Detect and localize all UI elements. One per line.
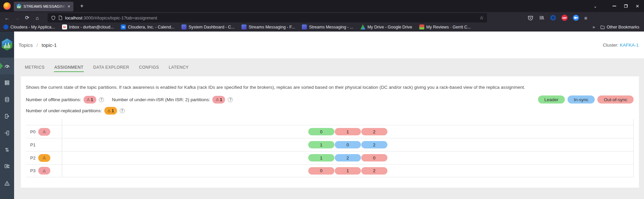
home-button[interactable]: ⌂ [32,13,42,22]
box-arrow-out-icon [4,113,10,119]
partition-counter: Number of under-min-ISR (Min ISR: 2) par… [112,96,233,104]
firefox-icon[interactable] [3,2,11,10]
sidebar-item-alerts[interactable] [0,175,14,192]
bookmark-star-icon[interactable]: ☆ [479,15,484,20]
sidebar-item-producers[interactable] [0,108,14,125]
swap-arrows-icon [4,147,10,153]
bookmark-item[interactable]: Streams Messaging - F... [241,24,295,29]
page-info-icon[interactable] [58,15,62,20]
partition-row: P2⚠120 [26,151,633,164]
streams-blue-icon [241,24,247,29]
zoom-extension-icon[interactable] [573,15,579,21]
bookmark-item[interactable]: My Reviews · Gerrit C... [419,24,471,29]
tab-close-icon[interactable]: ✕ [66,4,71,9]
bookmark-item[interactable]: System Dashboard - C... [181,24,234,29]
partitions-table: P0⚠012P1102P2⚠120P3⚠012 [26,119,634,177]
adblock-plus-icon[interactable]: ABP [561,15,568,21]
counter-badge: ⚠1 [84,96,96,104]
bookmark-item[interactable]: Streams Messaging - ... [302,24,353,29]
database-icon [4,96,10,103]
partitions-table-header [26,119,633,125]
replica-pill-broker-0[interactable]: 0 [308,167,334,175]
bookmark-item[interactable]: 31Cloudera, Inc. - Calend... [121,24,174,29]
library-icon[interactable] [539,15,545,21]
servers-icon [4,80,10,86]
help-icon[interactable]: ? [99,97,104,102]
pocket-icon[interactable] [527,15,533,21]
sidebar-item-topics[interactable] [0,91,14,108]
menu-icon[interactable]: ≡ [584,15,587,21]
partition-counter: Number of offline partitions:⚠1? [26,96,104,104]
cluster-link[interactable]: KAFKA-1 [620,43,639,48]
url-text[interactable]: localhost:3000/#/topics/topic-1?tab=assi… [65,15,479,20]
shield-icon[interactable] [51,15,56,20]
replica-pill-broker-0[interactable]: 0 [361,154,387,161]
restore-button[interactable] [624,4,628,8]
bookmark-label: Streams Messaging - F... [249,25,295,29]
bookmark-item[interactable]: My Drive - Google Drive [360,24,412,29]
counter-label: Number of offline partitions: [26,97,81,102]
sidebar-item-brokers[interactable] [0,74,14,91]
help-icon[interactable]: ? [120,108,125,113]
tab-configs[interactable]: CONFIGS [139,63,159,72]
sidebar-item-overview[interactable] [0,58,14,74]
bookmark-label: My Reviews · Gerrit C... [426,25,471,29]
sidebar-item-connect[interactable] [0,158,14,175]
bookmark-label: System Dashboard - C... [189,25,234,29]
bookmark-label: My Drive - Google Drive [367,25,412,29]
warning-icon: ⚠ [43,156,46,160]
replica-pill-broker-0[interactable]: 0 [335,141,361,148]
replica-pill-broker-2[interactable]: 2 [361,128,387,135]
new-tab-button[interactable]: + [78,3,86,9]
replica-pill-broker-1[interactable]: 1 [308,154,334,161]
warning-icon: ⚠ [107,109,111,113]
minimize-button[interactable] [612,6,616,6]
partition-warning-badge[interactable]: ⚠ [38,167,50,175]
tab-latency[interactable]: LATENCY [168,63,189,72]
google-drive-icon [360,24,365,29]
replica-pill-broker-2[interactable]: 2 [335,154,361,161]
list-all-tabs-icon[interactable]: ⌄ [593,4,597,9]
reload-button[interactable]: ⟳ [22,13,32,22]
replica-pill-broker-2[interactable]: 2 [361,141,387,148]
legend-leader: Leader [538,95,565,104]
partition-name: P0 [30,129,36,134]
partition-warning-badge[interactable]: ⚠ [38,154,50,162]
back-button[interactable]: ← [2,13,12,22]
help-icon[interactable]: ? [228,97,233,102]
replica-pill-broker-1[interactable]: 1 [335,167,361,175]
cluster-label: Cluster: [603,43,619,48]
browser-tab[interactable]: STREAMS MESSAGING MA ✕ [14,2,73,11]
gmail-icon: M [62,24,67,29]
breadcrumb-topics-link[interactable]: Topics [18,42,33,48]
sidebar-item-consumers[interactable] [0,125,14,141]
bookmark-item[interactable]: MInbox - durban@cloud... [62,24,114,29]
tab-metrics[interactable]: METRICS [24,63,45,72]
url-bar[interactable]: localhost:3000/#/topics/topic-1?tab=assi… [48,13,487,22]
arrow-into-box-icon [4,130,10,136]
other-bookmarks-button[interactable]: Other Bookmarks [600,25,639,29]
counter-value: 1 [220,97,222,102]
replica-pill-broker-1[interactable]: 1 [308,141,334,148]
bookmark-item[interactable]: Cloudera - My Applica... [3,24,55,29]
close-button[interactable]: ✕ [636,4,639,9]
counter-badge: ⚠1 [212,96,225,104]
sidebar-item-data-flow[interactable] [0,141,14,158]
partition-warning-badge[interactable]: ⚠ [38,128,50,136]
tab-data-explorer[interactable]: DATA EXPLORER [93,63,130,72]
smm-favicon-icon [16,4,21,9]
tab-assignment[interactable]: ASSIGNMENT [54,63,84,72]
forward-button[interactable]: → [12,13,22,22]
other-bookmarks-label: Other Bookmarks [607,25,639,29]
partition-row: P3⚠012 [26,164,633,177]
replica-pill-broker-1[interactable]: 1 [335,128,361,135]
warning-icon: ⚠ [43,169,46,173]
google-calendar-icon: 31 [121,24,126,29]
folder-icon [600,25,605,29]
replica-pill-broker-2[interactable]: 2 [361,167,387,175]
breadcrumb: Topics / topic-1 [18,42,57,48]
smm-logo[interactable] [0,31,14,58]
replica-pill-broker-0[interactable]: 0 [308,128,334,135]
extension-blue-ring-icon[interactable] [550,15,556,21]
bookmarks-overflow-icon[interactable]: » [593,24,595,29]
